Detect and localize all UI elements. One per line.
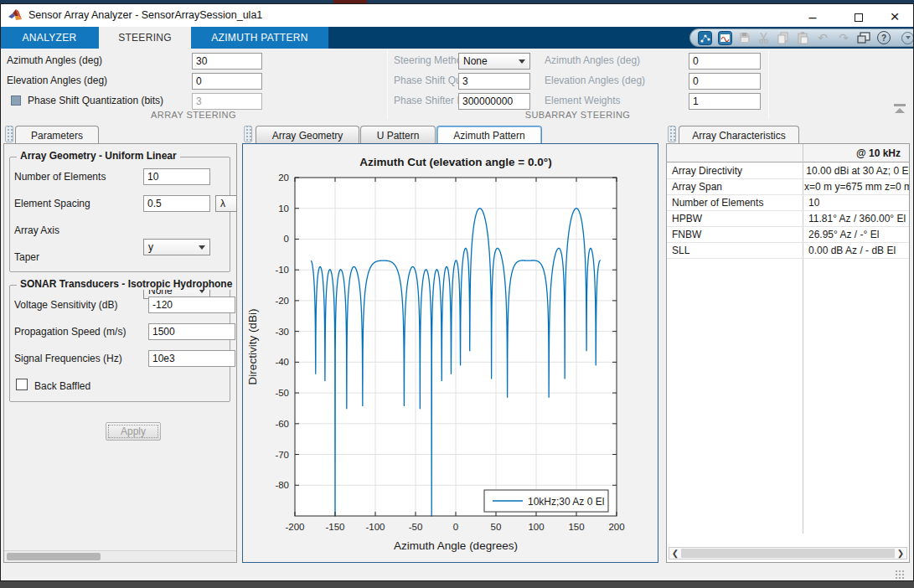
number-of-elements-label: Number of Elements xyxy=(14,168,106,185)
plot-panel-grip[interactable] xyxy=(244,126,252,142)
subarray-azimuth-label: Azimuth Angles (deg) xyxy=(545,52,640,69)
pattern-plot-icon[interactable] xyxy=(718,31,732,45)
tab-azimuth-pattern-view[interactable]: Azimuth Pattern xyxy=(436,126,542,144)
toolstrip: Azimuth Angles (deg) Elevation Angles (d… xyxy=(0,49,914,121)
app-window: Sensor Array Analyzer - SensorArraySessi… xyxy=(0,0,914,588)
element-spacing-unit-value: λ xyxy=(220,198,225,209)
element-spacing-unit-dropdown[interactable]: λ xyxy=(215,195,237,212)
phase-shift-quantization-checkbox[interactable] xyxy=(11,95,21,106)
table-row: HPBW 11.81° Az / 360.00° El xyxy=(667,211,909,227)
signal-frequencies-input[interactable] xyxy=(148,350,235,367)
elevation-angles-label: Elevation Angles (deg) xyxy=(7,72,107,89)
paste-icon[interactable] xyxy=(796,31,809,44)
voltage-sensitivity-input[interactable] xyxy=(148,297,235,313)
azimuth-angles-input[interactable] xyxy=(192,53,262,70)
phase-shift-quantization-label: Phase Shift Quantization (bits) xyxy=(28,92,163,109)
window-title: Sensor Array Analyzer - SensorArraySessi… xyxy=(28,9,262,21)
qat-more-dropdown-icon[interactable] xyxy=(901,32,914,44)
subarray-elevation-label: Elevation Angles (deg) xyxy=(545,72,645,89)
maximize-button[interactable] xyxy=(846,8,871,28)
steering-method-dropdown[interactable]: None xyxy=(458,53,530,70)
svg-text:-50: -50 xyxy=(409,522,423,532)
svg-text:-100: -100 xyxy=(365,522,385,532)
tab-parameters[interactable]: Parameters xyxy=(15,126,99,144)
resize-grip[interactable] xyxy=(895,570,905,580)
element-weights-input[interactable] xyxy=(689,93,761,110)
svg-text:-40: -40 xyxy=(275,357,289,367)
help-icon[interactable]: ? xyxy=(877,31,891,44)
back-baffled-checkbox[interactable] xyxy=(16,379,28,390)
characteristics-panel-grip[interactable] xyxy=(668,126,676,142)
svg-text:20: 20 xyxy=(278,173,289,183)
tab-steering[interactable]: STEERING xyxy=(99,27,191,49)
row-label: Number of Elements xyxy=(667,195,803,210)
svg-text:200: 200 xyxy=(608,522,624,532)
table-row: Array Span x=0 m y=675 mm z=0 m xyxy=(667,179,909,195)
array-geometry-icon[interactable] xyxy=(698,31,712,45)
close-button[interactable]: × xyxy=(882,7,907,27)
collapse-toolstrip-icon[interactable] xyxy=(893,104,906,114)
subarray-azimuth-input[interactable] xyxy=(689,53,761,70)
matlab-logo-icon xyxy=(8,8,23,22)
table-row: SLL 0.00 dB Az / - dB El xyxy=(667,243,909,259)
array-axis-value: y xyxy=(148,241,153,253)
svg-text:0: 0 xyxy=(453,522,458,532)
cut-icon[interactable] xyxy=(757,31,771,44)
phase-shifter-frequency-input[interactable] xyxy=(458,93,530,110)
tab-array-geometry[interactable]: Array Geometry xyxy=(256,126,359,144)
propagation-speed-input[interactable] xyxy=(148,323,235,340)
sonar-transducers-group-title: SONAR Transducers - Isotropic Hydrophone xyxy=(17,278,235,290)
redo-icon[interactable]: ↷ xyxy=(836,31,851,45)
svg-text:Azimuth Angle (degrees): Azimuth Angle (degrees) xyxy=(394,539,518,552)
row-value: 26.95° Az / -° El xyxy=(803,227,879,242)
back-baffled-label: Back Baffled xyxy=(34,378,90,395)
azimuth-pattern-figure: -200-150-100-5005010015020020100-10-20-3… xyxy=(242,143,658,563)
signal-frequencies-label: Signal Frequencies (Hz) xyxy=(14,350,122,367)
scroll-right-arrow-icon[interactable]: ❯ xyxy=(895,549,906,558)
quick-access-toolbar: ↶ ↷ ? xyxy=(689,28,914,47)
svg-text:-200: -200 xyxy=(285,522,304,532)
parameters-panel-grip[interactable] xyxy=(5,126,13,142)
characteristics-hscrollbar[interactable]: ❮ ❯ xyxy=(669,547,907,560)
svg-text:-60: -60 xyxy=(275,419,289,429)
array-steering-section-title: ARRAY STEERING xyxy=(0,110,387,120)
tab-array-characteristics[interactable]: Array Characteristics xyxy=(679,126,799,144)
subarray-quant-input[interactable] xyxy=(458,73,530,90)
svg-text:Directivity (dBi): Directivity (dBi) xyxy=(246,309,259,385)
background-bottom-strip xyxy=(0,581,914,588)
tab-analyzer[interactable]: ANALYZER xyxy=(0,27,99,49)
scroll-left-arrow-icon[interactable]: ❮ xyxy=(669,549,681,558)
svg-text:-80: -80 xyxy=(275,480,289,490)
svg-text:Azimuth Cut (elevation angle =: Azimuth Cut (elevation angle = 0.0°) xyxy=(359,156,551,168)
layout-icon[interactable] xyxy=(857,31,871,44)
subarray-steering-section-title: SUBARRAY STEERING xyxy=(387,110,768,120)
element-spacing-input[interactable] xyxy=(143,195,210,212)
apply-button[interactable]: Apply xyxy=(106,422,161,441)
row-label: SLL xyxy=(667,243,803,258)
save-icon[interactable] xyxy=(738,31,751,44)
parameters-panel: Array Geometry - Uniform Linear Number o… xyxy=(3,143,237,563)
minimize-button[interactable]: – xyxy=(800,8,825,28)
section-separator xyxy=(387,50,388,119)
tab-azimuth-pattern[interactable]: AZIMUTH PATTERN xyxy=(191,27,328,49)
ribbon-tabstrip: ANALYZER STEERING AZIMUTH PATTERN xyxy=(0,27,914,49)
svg-text:-50: -50 xyxy=(275,388,289,398)
characteristics-hscrollbar-thumb[interactable] xyxy=(681,549,895,558)
row-label: HPBW xyxy=(667,211,803,226)
row-value: 0.00 dB Az / - dB El xyxy=(803,243,896,258)
table-row: FNBW 26.95° Az / -° El xyxy=(667,227,909,243)
subarray-elevation-input[interactable] xyxy=(689,73,761,90)
copy-icon[interactable] xyxy=(777,31,790,44)
parameters-hscrollbar[interactable] xyxy=(4,550,236,562)
row-label: Array Span xyxy=(667,179,798,194)
parameters-hscrollbar-thumb[interactable] xyxy=(7,553,101,560)
undo-icon[interactable]: ↶ xyxy=(815,31,830,45)
tab-u-pattern[interactable]: U Pattern xyxy=(360,126,436,144)
number-of-elements-input[interactable] xyxy=(143,168,210,185)
array-axis-dropdown[interactable]: y xyxy=(143,239,210,255)
elevation-angles-input[interactable] xyxy=(192,73,262,90)
row-value: 10 xyxy=(803,195,819,210)
svg-text:10kHz;30 Az 0 El: 10kHz;30 Az 0 El xyxy=(528,496,604,508)
row-value: 11.81° Az / 360.00° El xyxy=(803,211,906,226)
array-geometry-group-title: Array Geometry - Uniform Linear xyxy=(17,150,180,162)
